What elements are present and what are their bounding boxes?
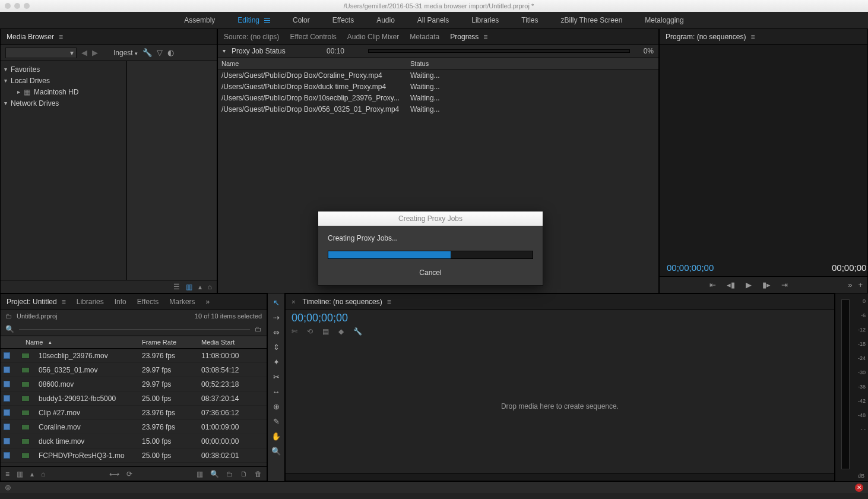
ingest-toggle[interactable]: Ingest	[113, 49, 138, 57]
project-row[interactable]: Coraline.mov23.976 fps01:00:09:00	[1, 420, 267, 434]
slide-tool-icon[interactable]: ⊕	[271, 401, 281, 412]
workspace-titles[interactable]: Titles	[521, 16, 538, 24]
nav-back-icon[interactable]: ◀	[81, 48, 87, 57]
workspace-zbilly[interactable]: zBilly Three Screen	[561, 16, 623, 24]
tree-macintosh-hd[interactable]: ▸▦Macintosh HD	[1, 86, 126, 97]
tab-info[interactable]: Info	[115, 298, 126, 306]
list-view-icon[interactable]: ☰	[173, 283, 180, 291]
col-header-mediastart[interactable]: Media Start	[201, 336, 267, 348]
tab-markers[interactable]: Markers	[169, 298, 195, 306]
tab-progress[interactable]: Progress ≡	[450, 33, 487, 41]
play-icon[interactable]: ▶	[746, 280, 752, 289]
rate-tool-icon[interactable]: ✦	[271, 356, 281, 367]
progress-row[interactable]: /Users/Guest/Public/Drop Box/056_0325_01…	[218, 103, 658, 115]
row-checkbox[interactable]	[4, 452, 10, 459]
workspace-audio[interactable]: Audio	[376, 16, 395, 24]
workspace-allpanels[interactable]: All Panels	[417, 16, 449, 24]
project-row[interactable]: duck time.mov15.00 fps00;00;00;00	[1, 434, 267, 449]
tab-program[interactable]: Program: (no sequences) ≡	[666, 33, 755, 41]
col-header-status[interactable]: Status	[407, 58, 658, 69]
tab-media-browser[interactable]: Media Browser ≡	[7, 33, 63, 41]
col-header-name[interactable]: Name	[218, 58, 407, 69]
razor-tool-icon[interactable]: ✂	[271, 371, 281, 382]
row-checkbox[interactable]	[4, 409, 10, 416]
close-icon[interactable]: ×	[292, 298, 295, 305]
marker-icon[interactable]: ◆	[338, 327, 344, 336]
pen-tool-icon[interactable]: ✎	[271, 416, 281, 427]
row-checkbox[interactable]	[4, 395, 10, 402]
wrench-icon[interactable]: 🔧	[142, 48, 152, 57]
project-row[interactable]: 10secblip_23976.mov23.976 fps11:08:00:00	[1, 349, 267, 363]
col-header-name[interactable]: Name	[17, 336, 142, 348]
timeline-drop-area[interactable]: Drop media here to create sequence.	[286, 339, 834, 473]
trash-icon[interactable]: 🗑	[255, 470, 262, 478]
filter-icon[interactable]: ▽	[157, 48, 163, 57]
tab-libraries[interactable]: Libraries	[77, 298, 104, 306]
disclosure-icon[interactable]: ▾	[223, 48, 226, 54]
project-row[interactable]: FCPHDVProResHQ3-1.mo25.00 fps00:38:02:01	[1, 449, 267, 463]
panel-menu-icon[interactable]: ≡	[483, 33, 487, 41]
slip-tool-icon[interactable]: ↔	[271, 386, 281, 397]
find-icon[interactable]: 🔍	[210, 470, 219, 478]
icon-view-icon[interactable]: ▥	[17, 470, 23, 478]
hand-tool-icon[interactable]: ✋	[271, 431, 281, 441]
workspace-libraries[interactable]: Libraries	[471, 16, 499, 24]
automate-icon[interactable]: ▥	[197, 470, 203, 478]
selection-tool-icon[interactable]: ↖	[271, 297, 281, 308]
row-checkbox[interactable]	[4, 352, 10, 359]
col-header-framerate[interactable]: Frame Rate	[142, 336, 201, 348]
panel-menu-icon[interactable]: ≡	[62, 298, 66, 306]
workspace-assembly[interactable]: Assembly	[184, 16, 215, 24]
tree-favorites[interactable]: ▾Favorites	[1, 64, 126, 75]
row-checkbox[interactable]	[4, 367, 10, 373]
add-icon[interactable]: +	[858, 280, 863, 289]
freeform-icon[interactable]: ▴	[30, 470, 34, 478]
workspace-effects[interactable]: Effects	[332, 16, 354, 24]
tree-local-drives[interactable]: ▾Local Drives	[1, 75, 126, 86]
tab-effect-controls[interactable]: Effect Controls	[290, 33, 336, 41]
folder-icon[interactable]: ⌂	[208, 283, 212, 291]
workspace-metalogging[interactable]: Metalogging	[645, 16, 683, 24]
project-row[interactable]: 08600.mov29.97 fps00;52;23;18	[1, 377, 267, 391]
overflow-icon[interactable]: »	[848, 280, 852, 289]
program-timecode[interactable]: 00;00;00;00	[667, 263, 714, 273]
tab-timeline[interactable]: Timeline: (no sequences) ≡	[302, 298, 391, 306]
tab-metadata[interactable]: Metadata	[410, 33, 439, 41]
creative-cloud-icon[interactable]: ⊚	[5, 483, 11, 492]
project-row[interactable]: Clip #27.mov23.976 fps07:36:06:12	[1, 406, 267, 420]
marker-add-icon[interactable]: ▤	[322, 327, 329, 336]
rolling-tool-icon[interactable]: ⇕	[271, 342, 281, 352]
zoom-slider-icon[interactable]: ⟷	[109, 470, 119, 478]
tab-overflow-icon[interactable]: »	[206, 298, 210, 306]
panel-menu-icon[interactable]: ≡	[59, 33, 63, 41]
row-checkbox[interactable]	[4, 424, 10, 430]
workspace-color[interactable]: Color	[293, 16, 310, 24]
zoom-tool-icon[interactable]: 🔍	[271, 446, 281, 456]
step-fwd-icon[interactable]: ▮▸	[762, 280, 771, 289]
linked-icon[interactable]: ⟲	[307, 327, 313, 336]
cancel-button[interactable]: Cancel	[412, 266, 448, 279]
nav-fwd-icon[interactable]: ▶	[92, 48, 98, 57]
find-icon[interactable]: ◐	[167, 48, 174, 57]
bin-filter-icon[interactable]: 🗀	[255, 325, 262, 333]
refresh-icon[interactable]: ⟳	[126, 470, 132, 478]
search-input[interactable]	[19, 329, 250, 330]
track-select-tool-icon[interactable]: ⇢	[271, 312, 281, 323]
workspace-menu-icon[interactable]	[264, 18, 270, 23]
step-back-icon[interactable]: ◂▮	[727, 280, 735, 289]
row-checkbox[interactable]	[4, 438, 10, 444]
project-row[interactable]: 056_0325_01.mov29.97 fps03:08:54:12	[1, 363, 267, 377]
sort-icon[interactable]: ▴	[198, 283, 202, 291]
timeline-scrollbar[interactable]	[286, 473, 834, 481]
progress-row[interactable]: /Users/Guest/Public/Drop Box/Coraline_Pr…	[218, 70, 658, 81]
settings-icon[interactable]: 🔧	[353, 327, 362, 336]
timeline-timecode[interactable]: 00;00;00;00	[286, 309, 834, 324]
tab-project[interactable]: Project: Untitled ≡	[7, 298, 66, 306]
tab-source[interactable]: Source: (no clips)	[224, 33, 279, 41]
thumb-view-icon[interactable]: ▥	[186, 283, 192, 291]
home-icon[interactable]: ⌂	[41, 470, 45, 478]
progress-row[interactable]: /Users/Guest/Public/Drop Box/duck time_P…	[218, 81, 658, 92]
progress-row[interactable]: /Users/Guest/Public/Drop Box/10secblip_2…	[218, 92, 658, 103]
panel-menu-icon[interactable]: ≡	[387, 298, 391, 306]
new-bin-icon[interactable]: 🗀	[226, 470, 233, 478]
